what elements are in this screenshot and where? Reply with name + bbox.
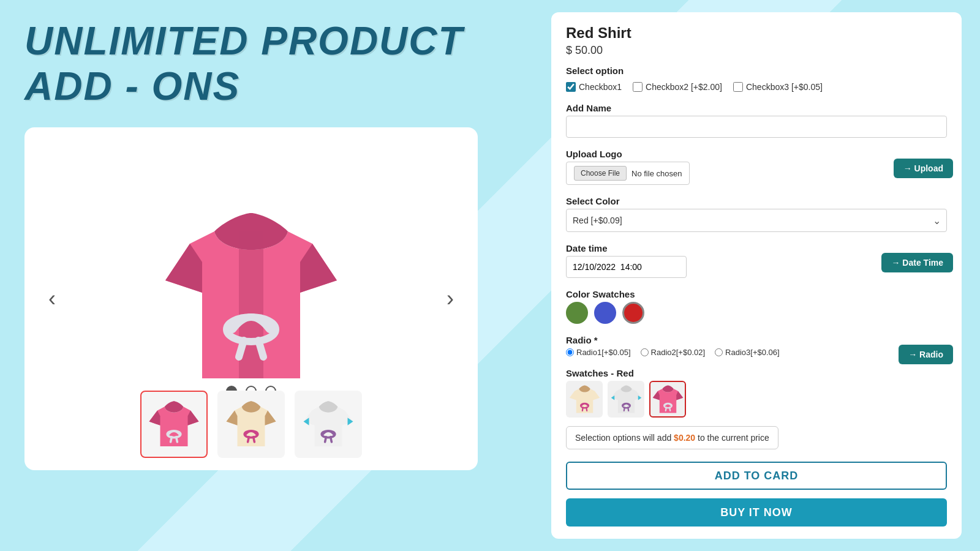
- addon-text-before: Selection options will add: [575, 433, 674, 443]
- color-select[interactable]: Red [+$0.09] Blue [+$0.05] Green [+$0.03…: [566, 209, 947, 232]
- img-swatch-2[interactable]: [608, 381, 644, 418]
- svg-line-6: [176, 437, 178, 442]
- image-swatches-section: → Image Swatches Swatches - Red: [566, 365, 947, 418]
- svg-line-2: [239, 340, 244, 357]
- addon-text-after: to the current price: [695, 433, 769, 443]
- addon-price-section: → Add On Price Selection options will ad…: [566, 426, 947, 449]
- swatch-green[interactable]: [566, 302, 588, 324]
- checkbox-1-label: Checkbox1: [579, 82, 622, 92]
- checkbox-3[interactable]: Checkbox3 [+$0.05]: [733, 82, 823, 92]
- buy-now-button[interactable]: BUY IT NOW: [566, 498, 947, 527]
- swatch-blue[interactable]: [594, 302, 616, 324]
- add-name-label: Add Name: [566, 103, 611, 113]
- product-price: $ 50.00: [566, 44, 947, 57]
- text-section: → Text Add Name: [566, 100, 947, 138]
- carousel-next[interactable]: ›: [435, 283, 466, 314]
- left-section: UNLIMITED PRODUCT ADD - ONS: [0, 0, 551, 551]
- checkbox-1-input[interactable]: [566, 82, 576, 92]
- checkboxes-row: Checkbox1 Checkbox2 [+$2.00] Checkbox3 […: [566, 82, 823, 92]
- svg-line-17: [586, 407, 587, 411]
- radio-2-input[interactable]: [641, 348, 649, 356]
- upload-btn[interactable]: → Upload: [894, 159, 953, 178]
- color-swatches-label: Color Swatches: [566, 289, 635, 299]
- addon-price-display: Selection options will add $0.20 to the …: [566, 426, 778, 449]
- datetime-section: → Date Time Date time 12/10/2022 14:00: [566, 241, 947, 278]
- page-title: UNLIMITED PRODUCT ADD - ONS: [24, 18, 527, 109]
- right-section: Red Shirt $ 50.00 Select option → Check …: [551, 0, 980, 551]
- checkbox-2-input[interactable]: [633, 82, 643, 92]
- file-input-display: Choose File No file chosen: [566, 162, 690, 185]
- carousel-prev[interactable]: ‹: [37, 283, 67, 314]
- radio-label: Radio *: [566, 335, 598, 345]
- color-swatches-section: → Color Swatches Color Swatches: [566, 287, 947, 324]
- radio-3-input[interactable]: [715, 348, 723, 356]
- image-swatches-label: Swatches - Red: [566, 368, 634, 378]
- product-image-container: ‹ ›: [24, 127, 478, 470]
- product-card: Red Shirt $ 50.00 Select option → Check …: [551, 12, 962, 539]
- radio-1-input[interactable]: [566, 348, 574, 356]
- product-name: Red Shirt: [566, 24, 947, 42]
- checkbox-3-input[interactable]: [733, 82, 743, 92]
- checkbox-3-label: Checkbox3 [+$0.05]: [746, 82, 823, 92]
- checkbox-1[interactable]: Checkbox1: [566, 82, 622, 92]
- svg-line-22: [628, 407, 628, 411]
- svg-line-3: [258, 340, 263, 357]
- swatch-red[interactable]: [622, 302, 644, 324]
- radio-btn[interactable]: → Radio: [899, 345, 953, 364]
- main-product-image: [153, 195, 349, 403]
- svg-line-25: [669, 407, 670, 411]
- svg-line-14: [331, 437, 332, 442]
- radio-1[interactable]: Radio1[+$0.05]: [566, 348, 631, 357]
- dropdown-label: Select Color: [566, 196, 620, 206]
- no-file-text: No file chosen: [631, 169, 682, 178]
- radio-2[interactable]: Radio2[+$0.02]: [641, 348, 706, 357]
- svg-line-9: [254, 437, 255, 442]
- thumbnail-2[interactable]: [217, 391, 285, 458]
- svg-line-8: [248, 437, 249, 442]
- svg-line-5: [171, 437, 172, 442]
- add-to-cart-button[interactable]: ADD TO CARD: [566, 462, 947, 490]
- checkbox-section: → Check Box Checkbox1 Checkbox2 [+$2.00]…: [566, 82, 947, 92]
- radio-2-label: Radio2[+$0.02]: [651, 348, 706, 357]
- svg-line-13: [325, 437, 326, 442]
- thumbnail-3[interactable]: [295, 391, 362, 458]
- img-swatch-3[interactable]: [649, 381, 686, 418]
- add-name-input[interactable]: [566, 116, 947, 138]
- upload-label: Upload Logo: [566, 149, 622, 159]
- radio-3-label: Radio3[+$0.06]: [725, 348, 780, 357]
- checkbox-2[interactable]: Checkbox2 [+$2.00]: [633, 82, 722, 92]
- svg-line-21: [624, 407, 624, 411]
- dropdown-section: → Dropdown Select Color Red [+$0.09] Blu…: [566, 193, 947, 232]
- upload-section: → Upload Upload Logo Choose File No file…: [566, 146, 947, 185]
- datetime-label: Date time: [566, 243, 608, 253]
- svg-line-16: [582, 407, 582, 411]
- img-swatch-1[interactable]: [566, 381, 603, 418]
- select-option-label: Select option: [566, 66, 947, 76]
- thumbnail-row: [140, 391, 362, 458]
- addon-price-value: $0.20: [674, 433, 695, 443]
- radio-3[interactable]: Radio3[+$0.06]: [715, 348, 780, 357]
- choose-file-btn[interactable]: Choose File: [574, 166, 627, 181]
- datetime-input[interactable]: 12/10/2022 14:00: [566, 256, 687, 278]
- svg-line-24: [665, 407, 666, 411]
- thumbnail-1[interactable]: [140, 391, 208, 458]
- radio-section: → Radio Radio * Radio1[+$0.05] Radio2[+$…: [566, 332, 947, 357]
- datetime-btn[interactable]: → Date Time: [881, 253, 953, 272]
- radio-1-label: Radio1[+$0.05]: [576, 348, 631, 357]
- checkbox-2-label: Checkbox2 [+$2.00]: [646, 82, 722, 92]
